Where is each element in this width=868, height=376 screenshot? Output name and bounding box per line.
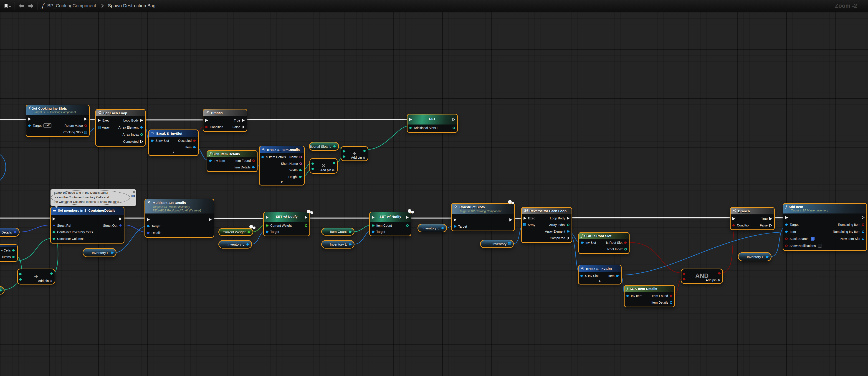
pin-inv-slot[interactable] bbox=[581, 241, 584, 244]
pin-completed[interactable] bbox=[566, 236, 570, 240]
node-pill-inventory-l-2[interactable]: Inventory L bbox=[321, 240, 354, 249]
pin-array[interactable] bbox=[98, 126, 100, 129]
pin-exec[interactable] bbox=[406, 215, 409, 219]
pin-item[interactable] bbox=[785, 230, 788, 233]
pin-exec[interactable] bbox=[266, 215, 269, 219]
pin-return-value[interactable] bbox=[84, 124, 87, 127]
expand-chevron-icon[interactable]: ∨ bbox=[259, 180, 304, 184]
pin-occupied[interactable] bbox=[193, 139, 196, 142]
node-container-cells-partial[interactable]: y Cellslumns bbox=[0, 244, 18, 262]
pin-struct-ref[interactable] bbox=[52, 224, 56, 227]
node-set-additional-slots[interactable]: SETAdditional Slots L bbox=[407, 114, 458, 133]
node-multicast-set-details[interactable]: Multicast Set DetailsTarget is BP Master… bbox=[145, 199, 214, 238]
node-get-cooking-inv-slots[interactable]: ƒGet Cooking Inv SlotsTarget is BP Cooki… bbox=[26, 105, 90, 137]
add-pin-button[interactable]: Add pin ⊕ bbox=[351, 156, 365, 159]
pin-int[interactable] bbox=[50, 272, 54, 275]
node-pill-partial[interactable] bbox=[0, 286, 5, 294]
node-set-w-notify-item-count[interactable]: SET w/ NotifyItem CountTarget bbox=[369, 212, 411, 236]
pin-height[interactable] bbox=[299, 175, 302, 178]
node-pill-inventory[interactable]: Inventory bbox=[480, 240, 514, 248]
node-reverse-for-each-loop[interactable]: MReverse for Each LoopExecLoop BodyArray… bbox=[521, 207, 572, 243]
pin-lumns[interactable] bbox=[12, 255, 16, 259]
node-add-item[interactable]: ƒAdd ItemTarget is BP Master InventoryTa… bbox=[783, 203, 867, 251]
pin-inventory[interactable] bbox=[508, 242, 511, 245]
pin-exec[interactable] bbox=[861, 216, 865, 220]
pin-bool[interactable] bbox=[718, 272, 721, 275]
pin-details[interactable] bbox=[147, 231, 150, 234]
pin-int[interactable] bbox=[452, 126, 456, 129]
pin-float[interactable] bbox=[305, 224, 308, 227]
pin-new-item-slot[interactable] bbox=[862, 237, 865, 240]
pin-root-index[interactable] bbox=[624, 248, 627, 251]
node-set-w-notify-current-weight[interactable]: SET w/ NotifyCurrent WeightTarget bbox=[263, 212, 310, 236]
node-add-node-1[interactable]: +Add pin ⊕ bbox=[341, 146, 368, 161]
pin-s-inv-slot[interactable] bbox=[151, 139, 154, 142]
pin-target[interactable] bbox=[147, 225, 150, 228]
pin-s-item-details[interactable] bbox=[261, 155, 265, 158]
node-pill-item-count[interactable]: Item Count bbox=[321, 228, 354, 236]
pin-inventory-l[interactable] bbox=[111, 251, 114, 254]
pin-name[interactable] bbox=[299, 155, 302, 158]
pin-true[interactable] bbox=[769, 217, 772, 221]
node-set-members-s-containerdetails[interactable]: Set members in S_ContainerDetailsStruct … bbox=[50, 207, 124, 243]
pin-details[interactable] bbox=[14, 231, 17, 234]
node-break-s-invslot-2[interactable]: Break S_InvSlotS Inv SlotItem∧ bbox=[578, 265, 622, 285]
pin-array-index[interactable] bbox=[140, 133, 143, 136]
pin-exec[interactable] bbox=[454, 218, 457, 222]
pin-current-weight[interactable] bbox=[266, 224, 269, 227]
pin-target[interactable] bbox=[785, 223, 788, 226]
pin-comment-icon[interactable] bbox=[132, 190, 135, 194]
pin-width[interactable] bbox=[299, 169, 302, 172]
checkbox-show-notifications[interactable] bbox=[818, 244, 822, 248]
pin-condition[interactable] bbox=[205, 125, 209, 128]
pin-exec[interactable] bbox=[52, 217, 56, 221]
pin-int[interactable] bbox=[311, 167, 315, 171]
add-pin-button[interactable]: Add pin ⊕ bbox=[38, 279, 52, 283]
pin-inventory-l[interactable] bbox=[348, 243, 352, 246]
pin-exec[interactable] bbox=[98, 119, 101, 122]
pin-false[interactable] bbox=[769, 224, 772, 227]
pin-cooking-slots[interactable] bbox=[85, 131, 87, 134]
node-branch-1[interactable]: BranchTrueConditionFalse bbox=[203, 109, 247, 132]
pin-exec[interactable] bbox=[523, 216, 527, 220]
pin-inventory-l[interactable] bbox=[766, 255, 769, 258]
node-pill-current-weight[interactable]: Current Weight bbox=[218, 228, 253, 236]
pin-s-inv-slot[interactable] bbox=[580, 274, 584, 278]
pin-int[interactable] bbox=[19, 278, 22, 281]
node-sgk-is-root-slot[interactable]: ƒSGK Is Root SlotInv SlotIs Root SlotRoo… bbox=[578, 232, 629, 254]
pin-inv-item[interactable] bbox=[626, 294, 629, 297]
pin-item[interactable] bbox=[616, 274, 619, 278]
pin-int[interactable] bbox=[311, 162, 315, 165]
pin-current-weight[interactable] bbox=[247, 231, 251, 234]
pin-exec[interactable] bbox=[372, 215, 375, 219]
pin-exec[interactable] bbox=[304, 215, 308, 219]
collapse-chevron-icon[interactable]: ∧ bbox=[149, 150, 198, 154]
pin-item-found[interactable] bbox=[670, 294, 673, 297]
pin-item-found[interactable] bbox=[252, 159, 255, 162]
pin-exec[interactable] bbox=[147, 218, 150, 222]
add-pin-button[interactable]: Add pin ⊕ bbox=[320, 168, 335, 172]
node-multiply-node[interactable]: ×Add pin ⊕ bbox=[309, 158, 338, 174]
pin-array[interactable] bbox=[523, 223, 526, 226]
pin-int[interactable] bbox=[19, 272, 22, 276]
pin-is-root-slot[interactable] bbox=[624, 241, 627, 244]
pin-int[interactable] bbox=[342, 150, 346, 153]
pin-item-count[interactable] bbox=[348, 230, 352, 233]
pin-exec[interactable] bbox=[509, 218, 513, 222]
back-button[interactable] bbox=[19, 4, 24, 8]
pin-inv-item[interactable] bbox=[209, 159, 212, 162]
collapse-chevron-icon[interactable]: ∧ bbox=[579, 279, 621, 283]
pin-array-element[interactable] bbox=[140, 126, 143, 129]
pin-additional-slots-l[interactable] bbox=[409, 126, 412, 129]
pin-target[interactable] bbox=[454, 225, 457, 228]
pin-target[interactable] bbox=[372, 230, 375, 233]
pin-array-index[interactable] bbox=[567, 223, 570, 227]
node-construct-slots[interactable]: Construct SlotsTarget is BP Cooking Comp… bbox=[451, 203, 515, 231]
node-sgk-item-details-2[interactable]: ƒSGK Item DetailsInv ItemItem FoundItem … bbox=[624, 285, 675, 307]
add-pin-button[interactable]: Add pin ⊕ bbox=[706, 278, 720, 282]
pin-additional-slots-l[interactable] bbox=[333, 145, 337, 148]
bookmark-button[interactable] bbox=[4, 3, 11, 8]
pin-loop-body[interactable] bbox=[566, 216, 570, 220]
pin-container-inventory-cells[interactable] bbox=[52, 231, 56, 234]
pin-exec[interactable] bbox=[119, 217, 122, 221]
